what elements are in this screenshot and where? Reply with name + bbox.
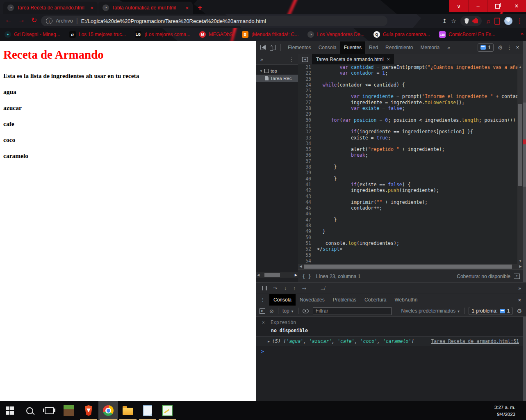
scroll-right-icon[interactable]: ▶ <box>518 264 523 269</box>
line-number[interactable]: 37 <box>298 158 315 164</box>
console-prompt[interactable]: > <box>256 346 523 354</box>
pause-icon[interactable] <box>262 286 267 290</box>
scrollbar-thumb[interactable] <box>518 104 522 186</box>
brave-rewards-icon[interactable] <box>464 18 469 24</box>
line-number[interactable]: 41 <box>298 182 315 187</box>
forward-icon[interactable]: → <box>18 16 25 24</box>
navigator-more-icon[interactable]: » <box>260 57 263 62</box>
bookmarks-overflow-icon[interactable]: » <box>521 31 524 37</box>
code-editor[interactable]: 21 var cantidad = parseInt(prompt("¿Cuán… <box>298 64 517 264</box>
line-number[interactable]: 39 <box>298 170 315 176</box>
line-number[interactable]: 49 <box>298 228 315 234</box>
navigator-scrollbar[interactable]: ◀ ▶ <box>256 272 298 278</box>
drawer-tab-cobertura[interactable]: Cobertura <box>360 294 390 306</box>
settings-gear-icon[interactable]: ⚙ <box>498 44 503 51</box>
step-over-icon[interactable]: ↷ <box>273 285 278 291</box>
start-button[interactable] <box>0 401 20 420</box>
drawer-menu-icon[interactable]: ⋮ <box>260 297 265 303</box>
line-number[interactable]: 43 <box>298 194 315 199</box>
line-number[interactable]: 48 <box>298 223 315 228</box>
step-icon[interactable]: ⇢ <box>302 285 306 291</box>
scrollbar-thumb[interactable] <box>264 273 280 277</box>
line-number[interactable]: 33 <box>298 135 315 141</box>
taskbar-chrome[interactable] <box>98 401 118 420</box>
line-number[interactable]: 51 <box>298 240 315 246</box>
window-menu-button[interactable]: ∨ <box>449 0 468 12</box>
bookmark-item[interactable]: MMEGADbS <box>195 28 237 41</box>
line-number[interactable]: 23 <box>298 76 315 82</box>
log-source-link[interactable]: Tarea Receta de armando.html:51 <box>431 338 519 344</box>
address-bar[interactable]: i Archivo | E:/Logica%20de%20Programacio… <box>41 16 387 26</box>
pretty-print-icon[interactable]: { } <box>302 274 311 279</box>
line-number[interactable]: 27 <box>298 100 315 105</box>
scrollbar-thumb[interactable] <box>304 265 512 269</box>
deactivate-breakpoints-icon[interactable]: ↛ <box>320 285 325 291</box>
reload-icon[interactable]: ↻ <box>31 16 37 25</box>
taskbar-file-explorer[interactable] <box>118 401 138 420</box>
scroll-up-icon[interactable]: ▲ <box>517 64 523 70</box>
taskbar-clock[interactable]: 3:27 a. m. 9/4/2023 <box>494 401 526 420</box>
drawer-tab-webauthn[interactable]: WebAuthn <box>390 294 421 306</box>
taskbar-minecraft[interactable] <box>59 401 79 420</box>
scroll-right-icon[interactable]: ▶ <box>295 273 297 277</box>
bookmark-star-icon[interactable]: ☆ <box>451 18 456 24</box>
devtools-tab-rendimiento[interactable]: Rendimiento <box>382 41 417 54</box>
line-number[interactable]: 21 <box>298 64 315 70</box>
scroll-left-icon[interactable]: ◀ <box>298 264 303 269</box>
bookmark-item[interactable]: LG¡Los mejores coma... <box>130 28 195 41</box>
line-number[interactable]: 28 <box>298 105 315 111</box>
devtools-tab-consola[interactable]: Consola <box>315 41 340 54</box>
window-restore-button[interactable] <box>487 0 507 12</box>
clear-console-icon[interactable]: ⊘ <box>269 308 274 314</box>
log-levels-dropdown[interactable]: Niveles predeterminados ▼ <box>401 308 460 314</box>
taskbar-search-button[interactable] <box>20 401 39 420</box>
tree-item-file[interactable]: Tarea Rec <box>256 75 298 82</box>
window-close-button[interactable]: × <box>507 0 526 12</box>
browser-tab-1[interactable]: ◔ Tarea Receta de armando.html × <box>3 2 98 14</box>
devtools-tab-memoria[interactable]: Memoria <box>417 41 443 54</box>
share-icon[interactable]: ↥ <box>442 18 447 24</box>
devtools-tab-fuentes[interactable]: Fuentes <box>340 41 365 54</box>
step-out-icon[interactable]: ↑ <box>293 285 296 291</box>
line-number[interactable]: 31 <box>298 123 315 129</box>
devtools-tab-red[interactable]: Red <box>365 41 382 54</box>
profile-avatar[interactable] <box>504 17 512 25</box>
line-number[interactable]: 44 <box>298 199 315 205</box>
browser-menu-icon[interactable]: ⋮ <box>517 17 523 25</box>
more-panels-icon[interactable]: » <box>447 45 450 50</box>
tab-close-icon[interactable]: × <box>90 5 93 11</box>
drawer-tab-novedades[interactable]: Novedades <box>296 294 329 306</box>
tab-close-icon[interactable]: × <box>185 5 189 11</box>
console-sidebar-icon[interactable]: ▶ <box>260 308 265 314</box>
bookmark-item[interactable]: ◔Los Vengadores De... <box>303 28 369 41</box>
scroll-down-icon[interactable]: ▼ <box>517 258 523 264</box>
devtools-menu-icon[interactable]: ⋮ <box>507 45 512 50</box>
extension-puzzle-icon[interactable] <box>474 19 478 23</box>
console-issues-counter[interactable]: 1 problema: 1 <box>469 307 512 315</box>
back-icon[interactable]: ← <box>5 16 12 24</box>
editor-file-tab[interactable]: Tarea Receta de armando.html × <box>312 54 394 64</box>
editor-vertical-scrollbar[interactable]: ▲ ▼ <box>517 64 523 264</box>
tree-item-top[interactable]: ▼ top <box>256 67 298 75</box>
bookmark-item[interactable]: ●Gri Disegni - Mineg... <box>0 28 65 41</box>
line-number[interactable]: 36 <box>298 152 315 158</box>
line-number[interactable]: 40 <box>298 176 315 182</box>
bookmark-item[interactable]: B¡Menuda frikada!: C... <box>237 28 303 41</box>
line-number[interactable]: 30 <box>298 117 315 123</box>
live-expression-eye-icon[interactable] <box>303 309 309 313</box>
bookmark-item[interactable]: QGuía para comenza... <box>369 28 435 41</box>
line-number[interactable]: 53 <box>298 252 315 258</box>
devtools-tab-elementos[interactable]: Elementos <box>284 41 315 54</box>
coverage-dock-icon[interactable]: ▾ <box>514 274 520 279</box>
bookmark-item[interactable]: aLos 15 mejores truc... <box>65 28 130 41</box>
line-number[interactable]: 47 <box>298 217 315 223</box>
line-number[interactable]: 24 <box>298 82 315 88</box>
taskbar-brave[interactable] <box>79 401 98 420</box>
line-number[interactable]: 50 <box>298 235 315 240</box>
line-number[interactable]: 42 <box>298 187 315 193</box>
sidebar-toggle-icon[interactable] <box>494 18 500 25</box>
playlist-icon[interactable]: ♫ <box>486 18 490 25</box>
editor-horizontal-scrollbar[interactable]: ◀ ▶ <box>298 264 523 269</box>
line-number[interactable]: 22 <box>298 70 315 76</box>
drawer-tab-consola[interactable]: Consola <box>269 294 296 306</box>
